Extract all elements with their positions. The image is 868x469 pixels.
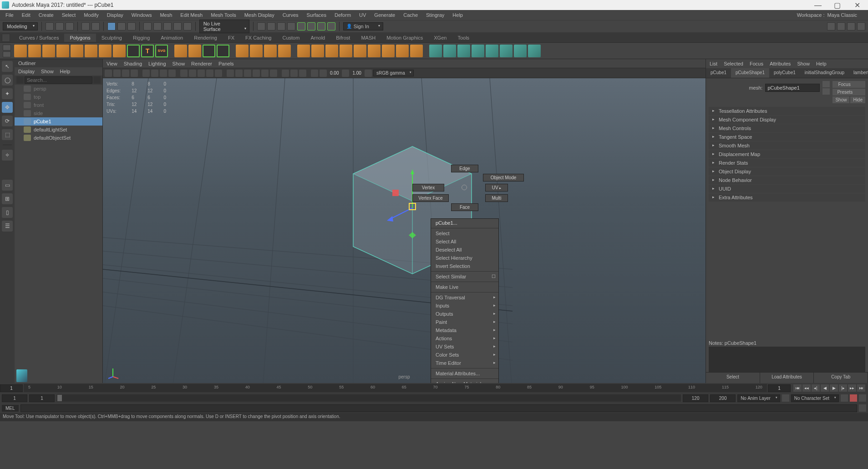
separate-icon[interactable] <box>250 45 263 57</box>
mm-multi[interactable]: Multi <box>485 194 508 202</box>
undo-icon[interactable] <box>81 22 90 30</box>
vp-isolate-icon[interactable] <box>227 70 234 77</box>
smooth-icon[interactable] <box>278 45 291 57</box>
ipr-render-icon[interactable] <box>277 22 285 30</box>
play-fwd-icon[interactable]: ▶ <box>830 384 838 392</box>
mm-vertex[interactable]: Vertex <box>412 184 444 192</box>
anim-layer-icon[interactable] <box>782 394 789 402</box>
mm-edge[interactable]: Edge <box>451 165 478 172</box>
range-start-outer[interactable]: 1 <box>2 394 27 402</box>
shelf-tab-fx-caching[interactable]: FX Caching <box>240 34 277 42</box>
toggle-tool-settings-icon[interactable] <box>837 22 845 30</box>
context-select-all[interactable]: Select All <box>431 237 498 246</box>
shelf-tab-bifrost[interactable]: Bifrost <box>330 34 355 42</box>
vp-dof-icon[interactable] <box>282 70 289 77</box>
vp-colormanage-icon[interactable] <box>365 70 372 77</box>
attr-section-render-stats[interactable]: Render Stats <box>709 159 865 167</box>
minimize-button[interactable]: — <box>809 1 827 10</box>
attr-section-extra-attributes[interactable]: Extra Attributes <box>709 193 865 202</box>
vp-expose-lock-icon[interactable] <box>311 70 318 77</box>
attr-copytab-button[interactable]: Copy Tab <box>814 373 868 383</box>
attr-section-node-behavior[interactable]: Node Behavior <box>709 176 865 184</box>
attr-section-tangent-space[interactable]: Tangent Space <box>709 133 865 141</box>
extract-icon[interactable] <box>264 45 277 57</box>
toggle-attr-editor-icon[interactable] <box>827 22 835 30</box>
current-frame[interactable]: 1 <box>768 384 791 392</box>
character-set-dropdown[interactable]: No Character Set <box>791 394 839 402</box>
paint-select-icon[interactable] <box>127 22 136 30</box>
menu-edit[interactable]: Edit <box>18 11 34 19</box>
context-invert-selection[interactable]: Invert Selection <box>431 262 498 270</box>
bevel-icon[interactable] <box>368 45 381 57</box>
vp-gamma-toggle-icon[interactable] <box>299 70 306 77</box>
menu-cache[interactable]: Cache <box>400 11 421 19</box>
poly-platonic-icon[interactable] <box>174 45 187 57</box>
signin-button[interactable]: Sign In <box>343 22 383 30</box>
panel-layout3-icon[interactable] <box>317 22 325 30</box>
vp-menu-lighting[interactable]: Lighting <box>148 61 166 66</box>
select-tool[interactable]: ↖ <box>2 61 13 72</box>
merge-icon[interactable] <box>410 45 423 57</box>
shelf-tab-rendering[interactable]: Rendering <box>188 34 223 42</box>
menu-mesh-display[interactable]: Mesh Display <box>241 11 278 19</box>
context-material-attributes-[interactable]: Material Attributes... <box>431 369 498 378</box>
multicut-icon[interactable] <box>354 45 366 57</box>
menu-modify[interactable]: Modify <box>80 11 102 19</box>
shelf-tab-custom[interactable]: Custom <box>277 34 305 42</box>
shelf-tab-xgen[interactable]: XGen <box>428 34 452 42</box>
context-assign-new-material-[interactable]: Assign New Material... <box>431 380 498 383</box>
attr-section-smooth-mesh[interactable]: Smooth Mesh <box>709 141 865 150</box>
vp-ao-icon[interactable] <box>253 70 260 77</box>
vp-shaded-icon[interactable] <box>189 70 196 77</box>
menu-edit-mesh[interactable]: Edit Mesh <box>177 11 206 19</box>
sculpt2-icon[interactable] <box>443 45 456 57</box>
shelf-tab-fx[interactable]: FX <box>223 34 240 42</box>
snap-point-icon[interactable] <box>163 22 172 30</box>
outliner-menu-help[interactable]: Help <box>60 69 71 74</box>
attr-section-uuid[interactable]: UUID <box>709 185 865 193</box>
attr-tab-initialShadingGroup[interactable]: initialShadingGroup <box>800 68 849 78</box>
poly-svg-icon[interactable]: SVG <box>155 45 168 57</box>
outliner-item-defaultLightSet[interactable]: defaultLightSet <box>15 126 102 134</box>
attr-section-object-display[interactable]: Object Display <box>709 167 865 176</box>
mm-vertex-face[interactable]: Vertex Face <box>412 194 449 202</box>
sculpt7-icon[interactable] <box>514 45 527 57</box>
notes-area[interactable] <box>709 347 865 372</box>
step-fwd-icon[interactable]: ▸▸ <box>848 384 856 392</box>
go-end-icon[interactable]: ⏭ <box>857 384 865 392</box>
context-paint[interactable]: Paint <box>431 318 498 326</box>
focus-button[interactable]: Focus <box>832 81 865 88</box>
mm-uv[interactable]: UV ▸ <box>485 184 508 192</box>
shelf-tab-sculpting[interactable]: Sculpting <box>96 34 127 42</box>
attr-select-button[interactable]: Select <box>706 373 760 383</box>
vp-shadows-icon[interactable] <box>215 70 222 77</box>
target-weld-icon[interactable] <box>340 45 352 57</box>
next-key-icon[interactable]: |▸ <box>839 384 847 392</box>
render-icon[interactable] <box>267 22 275 30</box>
vp-grid-icon[interactable] <box>142 70 150 77</box>
viewport[interactable]: Verts:880Edges:12120Faces:660Tris:12120U… <box>103 78 706 383</box>
focus-out-icon[interactable] <box>822 88 830 95</box>
vp-gamma-dropdown[interactable]: sRGB gamma <box>373 70 414 76</box>
attr-section-mesh-component-display[interactable]: Mesh Component Display <box>709 116 865 124</box>
shelf-tab-animation[interactable]: Animation <box>155 34 188 42</box>
poly-cone-icon[interactable] <box>56 45 69 57</box>
vp-far-icon[interactable] <box>342 70 349 77</box>
vp-menu-shading[interactable]: Shading <box>124 61 142 66</box>
vp-near-icon[interactable] <box>320 70 327 77</box>
focus-in-icon[interactable] <box>822 81 830 87</box>
sculpt4-icon[interactable] <box>472 45 484 57</box>
panel-layout-icon[interactable] <box>297 22 305 30</box>
layout-two-icon[interactable]: ▯ <box>2 207 13 218</box>
poly-soccer-icon[interactable] <box>217 45 229 57</box>
outliner-search-icon[interactable] <box>16 76 24 84</box>
menu-create[interactable]: Create <box>35 11 57 19</box>
shelf-tab-arnold[interactable]: Arnold <box>305 34 330 42</box>
poly-cube-icon[interactable] <box>28 45 41 57</box>
mm-face[interactable]: Face <box>451 203 478 211</box>
attr-tab-polyCube1[interactable]: polyCube1 <box>769 68 800 78</box>
mm-object-mode[interactable]: Object Mode <box>483 174 524 182</box>
menu-deform[interactable]: Deform <box>331 11 355 19</box>
hide-button[interactable]: Hide <box>850 96 865 103</box>
frame-start-display[interactable]: 1 <box>0 384 23 392</box>
